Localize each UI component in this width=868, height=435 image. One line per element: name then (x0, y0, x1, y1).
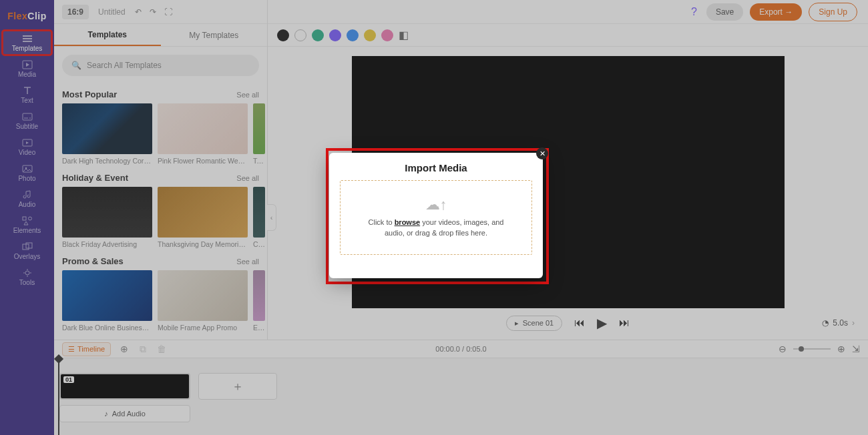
import-media-modal: ✕ Import Media ☁↑ Click to browse your v… (329, 153, 543, 278)
modal-title: Import Media (340, 162, 532, 173)
dropzone-text: Click to browse your videos, images, and… (358, 218, 514, 239)
file-dropzone[interactable]: ☁↑ Click to browse your videos, images, … (340, 180, 532, 255)
close-icon[interactable]: ✕ (536, 147, 548, 159)
upload-cloud-icon: ☁↑ (425, 196, 447, 213)
